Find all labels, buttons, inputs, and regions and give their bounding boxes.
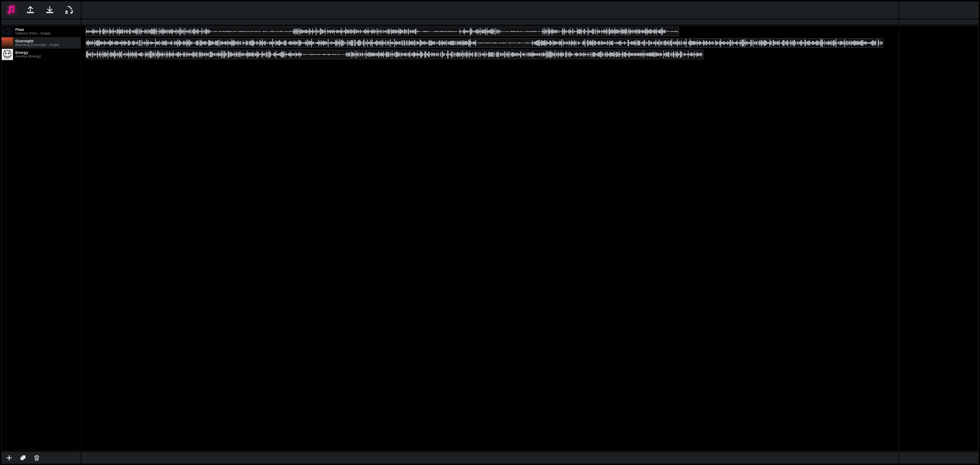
svg-point-8	[5, 52, 6, 54]
ruler-left	[2, 19, 81, 24]
track-subtitle: Ametryo [Energy]	[15, 55, 41, 58]
timeline[interactable]	[81, 26, 899, 451]
plus-icon[interactable]	[6, 454, 13, 461]
toolbar-top-center	[82, 2, 898, 18]
toolbar-bottom-left	[2, 452, 81, 463]
timeline-lane[interactable]	[81, 49, 899, 60]
trash-icon[interactable]	[33, 454, 40, 461]
toolbar-bottom-center	[82, 452, 898, 463]
svg-text:B: B	[2, 38, 3, 40]
timeline-lane[interactable]	[81, 26, 899, 37]
upload-icon[interactable]	[25, 5, 35, 15]
track-thumbnail	[2, 26, 13, 37]
toolbar-top-left	[2, 2, 81, 18]
timeline-lane[interactable]	[81, 37, 899, 49]
layers-icon[interactable]	[20, 454, 26, 461]
track-row[interactable]: Flow Helkimer [Flow - Single]	[2, 26, 81, 37]
track-subtitle: Helkimer [Flow - Single]	[15, 32, 50, 35]
download-icon[interactable]	[45, 5, 55, 15]
ruler-right	[899, 19, 978, 24]
toolbar-top-right	[899, 2, 978, 18]
svg-point-9	[8, 52, 10, 54]
track-row[interactable]: Energy Ametryo [Energy]	[2, 49, 81, 60]
track-title: Energy	[15, 51, 41, 55]
track-thumbnail	[2, 49, 13, 60]
recycle-icon[interactable]	[64, 5, 74, 15]
audio-clip[interactable]	[86, 27, 679, 36]
audio-clip[interactable]	[86, 50, 703, 59]
track-title: Overnight	[15, 39, 59, 43]
svg-rect-0	[2, 26, 13, 37]
music-note-icon[interactable]	[6, 5, 16, 15]
track-thumbnail: B	[2, 37, 13, 49]
ruler-center[interactable]	[82, 19, 898, 24]
track-list: Flow Helkimer [Flow - Single]	[2, 26, 81, 451]
track-row[interactable]: B Overnight BatchBug [Overnight - Single…	[2, 37, 81, 49]
track-title: Flow	[15, 27, 50, 32]
toolbar-bottom-right	[899, 452, 978, 463]
svg-point-2	[8, 33, 10, 35]
track-subtitle: BatchBug [Overnight - Single]	[15, 43, 59, 47]
side-panel	[899, 26, 978, 451]
audio-clip[interactable]	[86, 38, 883, 48]
svg-rect-11	[22, 455, 25, 459]
